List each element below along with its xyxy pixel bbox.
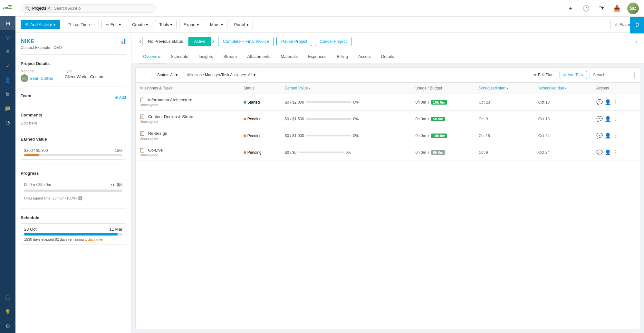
sidebar-tasks-icon[interactable]: ✓	[0, 59, 15, 73]
sidebar-stream-icon[interactable]: ≡	[0, 44, 15, 59]
more-icon[interactable]: ⋮	[613, 133, 618, 139]
chart-icon[interactable]: 📊	[120, 38, 126, 44]
sidebar-chart-icon[interactable]: ◔	[0, 115, 15, 129]
assign-icon[interactable]: 👤	[605, 149, 611, 155]
tab-attachments[interactable]: Attachments	[242, 50, 275, 63]
budget-usage: 0h 0m / 10h 0m	[415, 100, 471, 105]
svg-text:ac: ac	[3, 5, 8, 10]
svg-rect-3	[8, 8, 12, 9]
collapse-button[interactable]: ⌃	[141, 71, 151, 79]
assign-icon[interactable]: 👤	[605, 116, 611, 122]
add-team-button[interactable]: ⊕ Add	[115, 95, 126, 100]
plus-icon[interactable]: ＋	[565, 3, 576, 14]
table-header-row: Milestones & Tasks Status Earned Value ▾…	[136, 83, 640, 94]
status-badge: Pending	[244, 150, 262, 155]
status-filter-button[interactable]: Status: All ▾	[154, 71, 181, 79]
task-icon: 📋	[139, 97, 145, 102]
sidebar-settings-icon[interactable]: ⚙	[0, 319, 15, 333]
more-button[interactable]: More ▾	[206, 20, 227, 29]
tab-schedule[interactable]: Schedule	[166, 50, 193, 63]
assign-icon[interactable]: 👤	[605, 99, 611, 105]
table-search-input[interactable]	[590, 71, 635, 79]
create-button[interactable]: Create ▾	[128, 20, 152, 29]
add-task-button[interactable]: ⊕ Add Task	[560, 71, 587, 79]
tab-insights[interactable]: Insights	[193, 50, 218, 63]
table-row: 📋 Information Architecture Unassigned St…	[136, 94, 640, 111]
prog-bar-container: 25h 0m	[24, 190, 122, 192]
inbox-icon[interactable]: 📥	[612, 3, 622, 14]
sidebar-monitor-icon[interactable]: 🖥	[0, 87, 15, 101]
status-active[interactable]: Active	[188, 37, 211, 46]
usage-slash: /	[428, 100, 429, 105]
info-icon: ⓘ	[91, 22, 95, 27]
pencil-icon: ✏	[533, 73, 537, 77]
tab-stream[interactable]: Stream	[218, 50, 242, 63]
search-bar[interactable]: 🔍 Projects ✕	[21, 4, 156, 13]
tools-dropdown-icon: ▾	[170, 22, 172, 27]
status-pause-button[interactable]: Pause Project	[276, 37, 312, 46]
export-button[interactable]: Export ▾	[179, 20, 203, 29]
more-icon[interactable]: ⋮	[613, 149, 618, 155]
comment-icon[interactable]: 💬	[596, 116, 603, 122]
tab-materials[interactable]: Materials	[275, 50, 303, 63]
col-scheduled-start[interactable]: Scheduled start ▾	[475, 83, 534, 94]
clock-icon[interactable]: 🕐	[581, 3, 591, 14]
tools-button[interactable]: Tools ▾	[155, 20, 177, 29]
sidebar-home-icon[interactable]: ⊞	[0, 16, 15, 30]
sidebar-bulb-icon[interactable]: 💡	[0, 305, 15, 319]
add-activity-button[interactable]: ⊕ Add Activity ▾	[21, 20, 60, 29]
manager-initials: SC	[22, 77, 27, 80]
sidebar-contacts-icon[interactable]: 👤	[0, 73, 15, 87]
usage-slash: /	[428, 134, 429, 138]
comment-icon[interactable]: 💬	[596, 133, 603, 139]
status-bar-right-arrow[interactable]: ›	[635, 38, 638, 45]
search-tag-close-icon[interactable]: ✕	[47, 6, 50, 10]
manager-avatar: SC	[21, 74, 28, 82]
timer-button[interactable]: ⏱	[630, 17, 644, 33]
avatar[interactable]: SC	[627, 3, 639, 14]
help-icon[interactable]: ?	[78, 196, 82, 200]
portal-button[interactable]: Portal ▾	[230, 20, 253, 29]
task-sub: Unassigned	[139, 120, 158, 124]
comment-icon[interactable]: 💬	[596, 99, 603, 105]
tab-overview[interactable]: Overview	[138, 50, 166, 63]
logo[interactable]: ac	[0, 0, 15, 16]
status-label: Pending	[247, 134, 262, 138]
company-name[interactable]: NIKE	[21, 38, 62, 45]
status-cancel-button[interactable]: Cancel Project	[315, 37, 352, 46]
status-prev-button[interactable]: ‹	[138, 38, 142, 45]
search-input[interactable]	[54, 6, 152, 11]
status-no-prev[interactable]: No Previous status	[142, 37, 188, 46]
col-scheduled-due[interactable]: Scheduled due ▾	[534, 83, 592, 94]
comment-area[interactable]: Edit here	[21, 121, 126, 125]
edit-button[interactable]: ✏ Edit ▾	[101, 20, 125, 29]
status-next-button[interactable]: ›	[211, 38, 216, 45]
manager-link[interactable]: SC Sean Collins	[21, 74, 53, 82]
status-complete-button[interactable]: Complete + Final Invoice	[218, 37, 274, 46]
status-dot	[244, 118, 246, 120]
comment-icon[interactable]: 💬	[596, 149, 603, 155]
project-details-section: Project Details Manager SC Sean Collins …	[21, 61, 126, 82]
more-icon[interactable]: ⋮	[613, 116, 618, 122]
bag-icon[interactable]: 🛍	[596, 3, 607, 14]
edit-plan-button[interactable]: ✏ Edit Plan	[530, 71, 557, 79]
sidebar-folder-icon[interactable]: 📁	[0, 101, 15, 115]
tab-billing[interactable]: Billing	[332, 50, 353, 63]
ev-pct-val: 0%	[346, 150, 351, 155]
tab-details[interactable]: Details	[376, 50, 399, 63]
content-body: NIKE Contact Example - CEO 📊 Project Det…	[15, 33, 644, 333]
search-tag-projects[interactable]: Projects ✕	[30, 6, 52, 11]
tab-expenses[interactable]: Expenses	[303, 50, 332, 63]
usage-time: 0h 0m	[415, 100, 426, 105]
milestone-filter-button[interactable]: Milestone Manager/Task Assignee: All ▾	[184, 71, 259, 79]
col-earned-value[interactable]: Earned Value ▾	[281, 83, 412, 94]
more-icon[interactable]: ⋮	[613, 99, 618, 105]
sidebar-headset-icon[interactable]: 🎧	[0, 291, 15, 305]
log-time-button[interactable]: ⏱ Log Time ⓘ	[63, 20, 99, 29]
schedule-start: 23 Oct	[24, 227, 36, 232]
assign-icon[interactable]: 👤	[605, 133, 611, 139]
ev-current: $800 / $5,300	[24, 148, 48, 153]
start-date-link[interactable]: Oct 23	[479, 100, 490, 105]
tab-assets[interactable]: Assets	[353, 50, 376, 63]
sidebar-filter-icon[interactable]: ▽	[0, 30, 15, 44]
